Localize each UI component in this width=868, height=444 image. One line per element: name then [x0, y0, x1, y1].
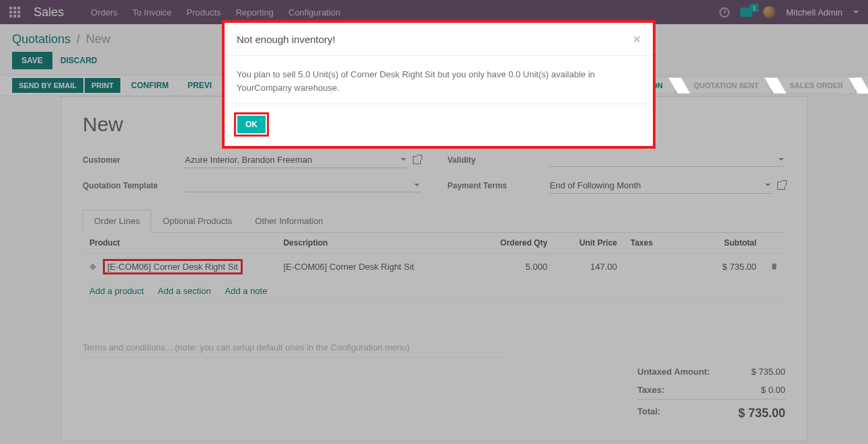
modal-body: You plan to sell 5.0 Unit(s) of Corner D… — [225, 56, 653, 104]
ok-button[interactable]: OK — [237, 116, 266, 133]
modal-title: Not enough inventory! — [237, 34, 336, 45]
modal-highlight: Not enough inventory! × You plan to sell… — [222, 20, 656, 149]
close-icon[interactable]: × — [633, 32, 641, 46]
ok-highlight: OK — [234, 112, 269, 137]
inventory-modal: Not enough inventory! × You plan to sell… — [225, 23, 653, 146]
